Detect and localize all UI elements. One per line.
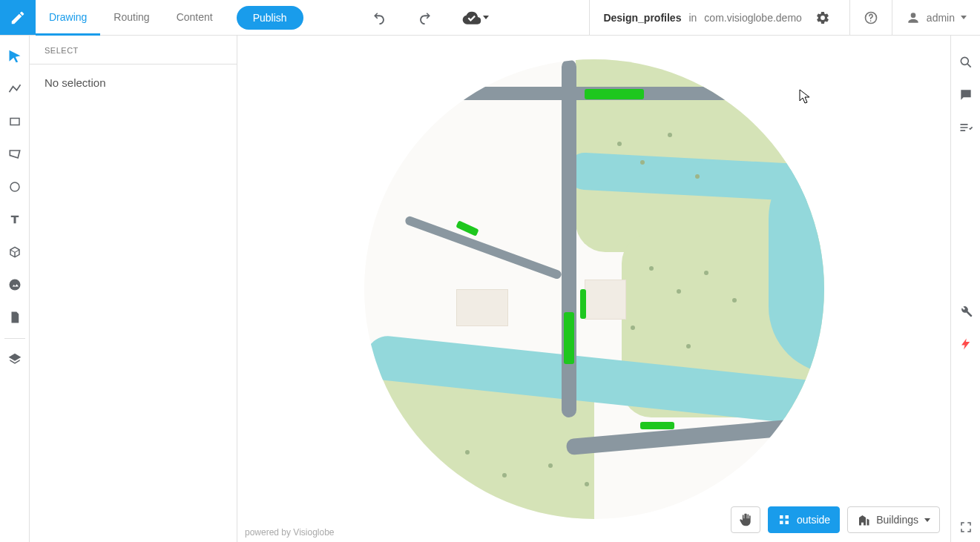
tool-rectangle[interactable] (0, 107, 30, 136)
main-area: SELECT No selection (0, 36, 980, 542)
map-building (585, 280, 626, 320)
outside-icon (777, 513, 791, 526)
right-search-button[interactable] (951, 47, 981, 77)
circle-icon (8, 180, 22, 194)
chevron-down-icon (924, 518, 930, 522)
svg-rect-2 (10, 119, 19, 125)
redo-button[interactable] (412, 4, 438, 31)
layers-icon (7, 352, 22, 367)
map-highlight-segment (640, 422, 674, 429)
project-settings-button[interactable] (809, 4, 836, 31)
tab-drawing[interactable]: Drawing (36, 1, 100, 36)
chevron-down-icon (961, 16, 967, 19)
floor-outside-label: outside (797, 514, 830, 526)
map-bottom-controls: outside Buildings (731, 506, 940, 533)
top-right-cluster: admin (849, 0, 980, 35)
project-title-block: Design_profiles in com.visioglobe.demo (589, 0, 849, 35)
fullscreen-icon (959, 520, 973, 534)
tool-image[interactable] (0, 270, 30, 300)
undo-icon (371, 10, 387, 26)
chevron-down-icon (483, 16, 489, 19)
side-panel: SELECT No selection (30, 36, 237, 542)
rectangle-icon (8, 115, 22, 128)
undo-button[interactable] (366, 4, 392, 31)
hand-icon (738, 512, 753, 527)
list-check-icon (958, 120, 973, 135)
cloud-check-icon (462, 8, 481, 27)
project-name: Design_profiles (603, 12, 681, 24)
tool-divider (4, 338, 25, 339)
map-canvas[interactable]: powered by Visioglobe outside Buildings (237, 36, 950, 542)
map-viewport[interactable] (364, 59, 824, 519)
cube-icon (8, 245, 22, 259)
right-flash-button[interactable] (951, 329, 981, 359)
user-menu[interactable]: admin (892, 0, 980, 35)
right-list-button[interactable] (951, 113, 981, 142)
panel-header: SELECT (30, 36, 237, 65)
wrench-icon (958, 304, 973, 319)
right-fullscreen-button[interactable] (951, 512, 981, 542)
mouse-cursor-overlay (799, 89, 811, 104)
map-building (456, 289, 508, 326)
top-left-cluster: Drawing Routing Content Publish (0, 0, 314, 35)
top-bar: Drawing Routing Content Publish Design_p… (0, 0, 980, 36)
publish-button[interactable]: Publish (237, 6, 303, 30)
svg-point-5 (9, 280, 20, 291)
top-mid-cluster (314, 0, 590, 35)
redo-icon (417, 10, 433, 26)
cursor-icon (7, 49, 22, 64)
building-icon (857, 513, 870, 526)
right-tool-rail (950, 36, 980, 542)
tab-content[interactable]: Content (163, 1, 226, 36)
polyline-icon (7, 82, 22, 96)
project-bundle: com.visioglobe.demo (704, 12, 802, 24)
map-attribution: powered by Visioglobe (245, 527, 335, 538)
user-label: admin (927, 12, 955, 24)
pencil-icon (10, 10, 26, 26)
map-road (562, 59, 576, 418)
map-highlight-segment (564, 312, 574, 364)
gear-icon (815, 10, 830, 25)
image-icon (7, 277, 22, 292)
pan-mode-button[interactable] (731, 506, 760, 533)
tool-line[interactable] (0, 74, 30, 104)
mode-tabs: Drawing Routing Content (36, 0, 226, 35)
floor-outside-button[interactable]: outside (768, 506, 840, 533)
tool-polygon[interactable] (0, 139, 30, 169)
buildings-label: Buildings (876, 514, 918, 526)
polygon-icon (7, 147, 22, 162)
tool-layers[interactable] (0, 345, 30, 374)
chat-icon (958, 87, 973, 102)
edit-mode-tile[interactable] (0, 0, 36, 35)
buildings-dropdown[interactable]: Buildings (847, 506, 940, 533)
publish-wrap: Publish (226, 0, 314, 35)
right-comments-button[interactable] (951, 80, 981, 110)
tool-circle[interactable] (0, 172, 30, 202)
bolt-icon (959, 337, 973, 351)
map-highlight-segment (585, 89, 644, 99)
search-icon (958, 55, 973, 70)
help-button[interactable] (849, 0, 892, 35)
save-status-dropdown[interactable] (458, 4, 493, 31)
project-in-word: in (688, 12, 697, 24)
svg-point-4 (10, 182, 19, 191)
right-tools-button[interactable] (951, 297, 981, 326)
help-icon (864, 10, 878, 25)
tool-select[interactable] (0, 42, 30, 71)
panel-status: No selection (30, 65, 237, 101)
map-highlight-segment (580, 289, 586, 319)
left-tool-rail (0, 36, 30, 542)
svg-point-6 (961, 57, 968, 65)
document-icon (8, 311, 22, 324)
tool-text[interactable] (0, 205, 30, 234)
tool-document[interactable] (0, 303, 30, 332)
tab-routing[interactable]: Routing (100, 1, 162, 36)
svg-point-1 (870, 20, 872, 22)
tool-3d[interactable] (0, 237, 30, 267)
svg-line-7 (967, 64, 971, 67)
text-icon (8, 213, 22, 226)
person-icon (906, 10, 921, 25)
svg-marker-3 (10, 151, 19, 158)
